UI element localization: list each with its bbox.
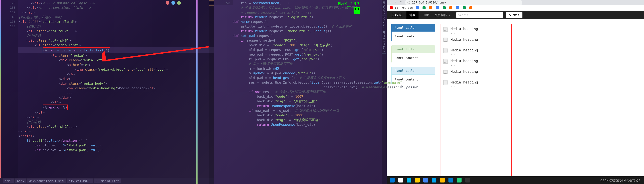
csdn-watermark: CSDN @初遇我ㄖ寸の桃花呢？: [600, 179, 641, 182]
crumb[interactable]: body: [15, 179, 26, 183]
forward-icon[interactable]: ▶: [395, 1, 398, 4]
panel-success: Panel titlePanel content: [392, 45, 435, 63]
svg-rect-6: [358, 12, 360, 14]
bookmark-item[interactable]: [448, 6, 454, 10]
media-item: Media heading...: [441, 47, 511, 57]
code-editor-right[interactable]: res = osernameCheck(...) # 业务复杂的话，存在user…: [233, 0, 387, 127]
chrome-icon[interactable]: [172, 1, 175, 5]
nav-link[interactable]: 更多操作 ▾: [432, 11, 454, 19]
svg-rect-4: [354, 12, 356, 14]
line-gutter: 120130132140150170: [0, 0, 18, 184]
brand-text[interactable]: BBS18: [392, 13, 402, 17]
search-input[interactable]: [456, 12, 503, 18]
ide-right-pane: MaX_133 50 res = osernameCheck(...) # 业务…: [214, 0, 387, 184]
reload-icon[interactable]: ⟳: [400, 1, 404, 4]
broken-image-icon: [444, 70, 448, 74]
media-text: ...: [450, 63, 508, 66]
tab-sciview[interactable]: SciView: [382, 16, 386, 30]
scrollbar-marks[interactable]: [209, 0, 214, 184]
back-icon[interactable]: ◀: [390, 1, 394, 4]
broken-image-icon: [444, 59, 448, 64]
bookmark-item[interactable]: (83) YouTube: [389, 6, 414, 10]
broken-image-icon: [444, 48, 448, 53]
line-gutter-right: 50: [214, 0, 233, 5]
tab-notifications[interactable]: Notifications: [382, 30, 386, 54]
firefox-icon[interactable]: [166, 1, 170, 5]
taskbar-terminal-icon[interactable]: [464, 176, 472, 184]
panel-heading: Panel title: [392, 67, 435, 75]
media-heading: Media heading: [450, 80, 508, 84]
nav-link[interactable]: 博客: [406, 11, 418, 19]
svg-rect-2: [354, 8, 356, 10]
bookmark-item[interactable]: [422, 6, 427, 10]
safari-icon[interactable]: [177, 1, 181, 5]
panel-body: Panel content: [392, 32, 435, 41]
broken-image-icon: [444, 27, 448, 32]
crumb[interactable]: div.container-fluid: [27, 179, 66, 183]
bookmark-item[interactable]: [462, 6, 468, 10]
panel-heading: Panel title: [392, 45, 435, 53]
editor-toolbar-icons: [166, 1, 181, 5]
taskbar-edge-icon[interactable]: [422, 176, 430, 184]
crumb[interactable]: ul.media-list: [94, 179, 121, 183]
media-heading: Media heading: [450, 59, 508, 63]
media-item: Media heading...: [441, 69, 511, 78]
splitter-indent: [196, 0, 198, 184]
sidebar-panels: Panel titlePanel contentPanel titlePanel…: [392, 24, 435, 180]
media-heading: Media heading: [450, 27, 508, 31]
taskbar-cortana-icon[interactable]: [405, 176, 413, 184]
address-bar[interactable]: ⓘ 127.0.0.1:8000/home/: [405, 0, 522, 5]
media-heading: Media heading: [450, 38, 508, 42]
tab-database[interactable]: Database: [382, 0, 386, 16]
media-text: ...: [450, 52, 508, 56]
taskbar-weather-icon[interactable]: [430, 176, 438, 184]
taskbar-folder-icon[interactable]: [438, 176, 446, 184]
media-text: ...: [450, 84, 508, 88]
watermark-overlay: MaX_133: [338, 1, 360, 6]
ide-left-pane: 120130132140150170 </div><!-- /.navbar-c…: [0, 0, 214, 184]
submit-button[interactable]: Submit: [506, 12, 522, 18]
ide-right-tabs: Database SciView Notifications: [382, 0, 387, 184]
bookmark-item[interactable]: [435, 6, 440, 10]
taskbar-chrome-icon[interactable]: [414, 176, 421, 184]
media-heading: Media heading: [450, 48, 508, 52]
panel-primary: Panel titlePanel content: [392, 24, 435, 41]
code-editor-left[interactable]: </div><!-- /.navbar-collapse --> </div><…: [18, 0, 214, 184]
media-list-annotated: Media heading...Media heading...Media he…: [440, 24, 512, 180]
bookmark-item[interactable]: [455, 6, 461, 10]
media-item: Media heading...: [441, 58, 511, 67]
media-item: Media heading...: [441, 79, 511, 89]
media-item: Media heading...: [441, 26, 511, 35]
broken-image-icon: [444, 38, 448, 42]
panel-heading: Panel title: [392, 24, 435, 32]
media-text: ...: [450, 74, 508, 77]
nav-link[interactable]: Link: [418, 11, 432, 19]
svg-rect-3: [358, 8, 359, 10]
media-text: ...: [450, 31, 508, 34]
broken-image-icon: [444, 80, 448, 85]
panel-body: Panel content: [392, 53, 435, 63]
svg-rect-5: [356, 12, 358, 14]
bookmark-item[interactable]: [415, 6, 420, 10]
taskbar-pycharm-icon[interactable]: [455, 176, 463, 184]
taskbar-windows-icon[interactable]: [388, 176, 396, 184]
media-heading: Media heading: [450, 70, 508, 74]
bookmark-item[interactable]: [468, 6, 474, 10]
crumb[interactable]: div.col-md-8: [67, 179, 92, 183]
taskbar-vscode-icon[interactable]: [447, 176, 455, 184]
bookmark-item[interactable]: [442, 6, 447, 10]
media-text: ...: [450, 42, 508, 45]
page-body: Panel titlePanel contentPanel titlePanel…: [387, 19, 644, 184]
bookmark-item[interactable]: [428, 6, 434, 10]
media-item: Media heading...: [441, 37, 511, 46]
site-navbar: BBS18 博客Link更多操作 ▾ Submit: [387, 11, 644, 19]
nav-search-form: Submit: [456, 12, 522, 18]
browser-window: ◀ ▶ ⟳ ⓘ 127.0.0.1:8000/home/ (83) YouTub…: [387, 0, 644, 184]
pixel-skull-icon: [352, 6, 362, 16]
crumb[interactable]: html: [3, 179, 14, 183]
taskbar-search-icon[interactable]: [397, 176, 404, 184]
breadcrumb-bar: html body div.container-fluid div.col-md…: [0, 178, 214, 184]
indent-rainbow: [0, 0, 1, 184]
browser-toolbar: ◀ ▶ ⟳ ⓘ 127.0.0.1:8000/home/: [387, 0, 644, 5]
bookmarks-bar: (83) YouTube: [387, 5, 644, 11]
